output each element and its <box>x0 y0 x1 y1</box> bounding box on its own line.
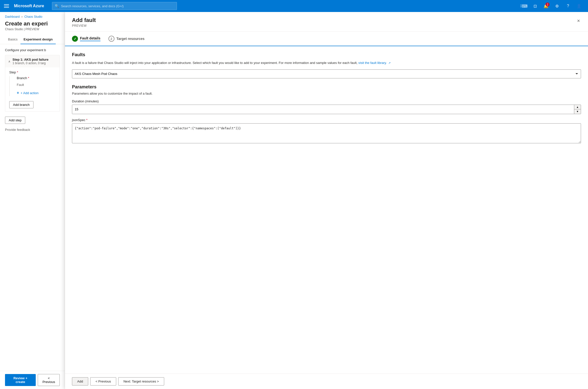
hamburger-menu[interactable] <box>4 4 9 8</box>
notification-badge: 2 <box>546 2 550 6</box>
fault-dropdown-container: AKS Chaos Mesh Pod ChaosAKS Chaos Mesh N… <box>72 69 581 78</box>
fault-section: Fault <box>17 83 55 87</box>
left-content: Configure your experiment b ∧ Step 1: AK… <box>0 44 65 371</box>
review-create-button[interactable]: Review + create <box>5 374 36 386</box>
settings-icon[interactable]: ⚙ <box>552 1 562 11</box>
step-circle-1: ✓ <box>72 36 78 42</box>
left-bottom-bar: Review + create < Previous <box>0 371 65 389</box>
wizard-step-label-1: Fault details <box>80 36 100 41</box>
parameters-description: Parameters allow you to customize the im… <box>72 92 581 95</box>
fault-library-link[interactable]: visit the fault library. ↗ <box>358 61 391 65</box>
cloud-shell-icon[interactable]:  ⌨ <box>519 1 529 11</box>
panel-footer: Add < Previous Next: Target resources > <box>65 374 588 389</box>
panel-title: Add fault <box>72 17 96 23</box>
wizard-steps: ✓ Fault details 2 Target resources <box>65 32 588 46</box>
previous-button-left[interactable]: < Previous <box>38 374 60 386</box>
page-subtitle: Chaos Studio | PREVIEW <box>5 27 60 31</box>
wizard-step-target-resources[interactable]: 2 Target resources <box>108 36 145 42</box>
panel-body: Faults A fault is a failure that Chaos S… <box>65 46 588 374</box>
duration-decrement-button[interactable]: ▼ <box>574 109 581 114</box>
add-branch-button[interactable]: Add branch <box>9 101 33 108</box>
step-subtitle: 1 branch, 0 action, 0 targ <box>12 61 48 65</box>
nav-title: Microsoft Azure <box>14 4 44 8</box>
breadcrumb-chaos-studio[interactable]: Chaos Studio <box>24 15 42 18</box>
tab-experiment-design[interactable]: Experiment design <box>20 35 55 44</box>
search-bar[interactable]: 🔍 <box>52 2 177 10</box>
next-button[interactable]: Next: Target resources > <box>118 377 164 386</box>
panel-header: Add fault PREVIEW × <box>65 12 588 32</box>
breadcrumb: Dashboard › Chaos Studio <box>0 12 65 19</box>
top-navigation: Microsoft Azure 🔍  ⌨ ⊡ 🔔 2 ⚙ ? 👤 <box>0 0 588 12</box>
wizard-step-label-2: Target resources <box>116 37 145 41</box>
previous-button[interactable]: < Previous <box>90 377 116 386</box>
configure-label: Configure your experiment b <box>5 48 60 52</box>
step-title: Step 1: AKS pod failure <box>12 58 48 61</box>
wizard-step-fault-details[interactable]: ✓ Fault details <box>72 36 100 42</box>
step-chevron-icon: ∧ <box>8 60 10 63</box>
step-box: ∧ Step 1: AKS pod failure 1 branch, 0 ac… <box>5 55 60 112</box>
step-header[interactable]: ∧ Step 1: AKS pod failure 1 branch, 0 ac… <box>5 55 59 67</box>
duration-input-wrapper: ▲ ▼ <box>72 105 581 114</box>
plus-icon: + <box>17 91 19 95</box>
search-icon: 🔍 <box>55 4 59 8</box>
help-icon[interactable]: ? <box>563 1 573 11</box>
step-body: Step * Branch * Fault <box>5 67 59 111</box>
duration-increment-button[interactable]: ▲ <box>574 105 581 110</box>
page-title: Create an experi <box>5 20 60 27</box>
parameters-section: Parameters Parameters allow you to custo… <box>72 84 581 144</box>
panel-preview-label: PREVIEW <box>72 24 96 27</box>
search-input[interactable] <box>61 4 174 8</box>
fault-select[interactable]: AKS Chaos Mesh Pod ChaosAKS Chaos Mesh N… <box>72 69 581 78</box>
branch-label: Branch * <box>17 76 55 80</box>
duration-input[interactable] <box>72 105 574 114</box>
parameters-heading: Parameters <box>72 84 581 90</box>
faults-description: A fault is a failure that Chaos Studio w… <box>72 60 581 65</box>
left-panel: Dashboard › Chaos Studio Create an exper… <box>0 12 65 389</box>
account-icon[interactable]: 👤 <box>574 1 584 11</box>
jsonspec-label: jsonSpec * <box>72 118 581 122</box>
tabs: Basics Experiment design <box>0 35 65 44</box>
nav-icons:  ⌨ ⊡ 🔔 2 ⚙ ? 👤 <box>519 1 584 11</box>
duration-label: Duration (minutes) <box>72 99 581 103</box>
jsonspec-field: jsonSpec * {"action":"pod-failure","mode… <box>72 118 581 144</box>
jsonspec-textarea[interactable]: {"action":"pod-failure","mode":"one","du… <box>72 123 581 143</box>
breadcrumb-dashboard[interactable]: Dashboard <box>5 15 20 18</box>
fault-label: Fault <box>17 83 55 87</box>
external-link-icon: ↗ <box>388 61 391 64</box>
add-step-button[interactable]: Add step <box>5 117 25 124</box>
add-button[interactable]: Add <box>72 377 88 386</box>
branch-section: Branch * Fault + + Add action <box>17 76 55 96</box>
provide-feedback-label: Provide feedback <box>5 128 60 132</box>
page-title-area: Create an experi Chaos Studio | PREVIEW <box>0 19 65 35</box>
feedback-icon[interactable]: ⊡ <box>530 1 540 11</box>
add-fault-panel: Add fault PREVIEW × ✓ Fault details 2 Ta… <box>65 12 588 389</box>
close-button[interactable]: × <box>576 17 581 25</box>
duration-field: Duration (minutes) ▲ ▼ <box>72 99 581 114</box>
main-layout: Dashboard › Chaos Studio Create an exper… <box>0 12 588 389</box>
faults-heading: Faults <box>72 52 581 57</box>
duration-spinners: ▲ ▼ <box>574 105 581 114</box>
step-circle-2: 2 <box>108 36 114 42</box>
tab-basics[interactable]: Basics <box>5 35 20 44</box>
notification-icon[interactable]: 🔔 2 <box>541 1 551 11</box>
step-field-label: Step * <box>9 70 55 74</box>
add-action-button[interactable]: + + Add action <box>17 90 55 96</box>
